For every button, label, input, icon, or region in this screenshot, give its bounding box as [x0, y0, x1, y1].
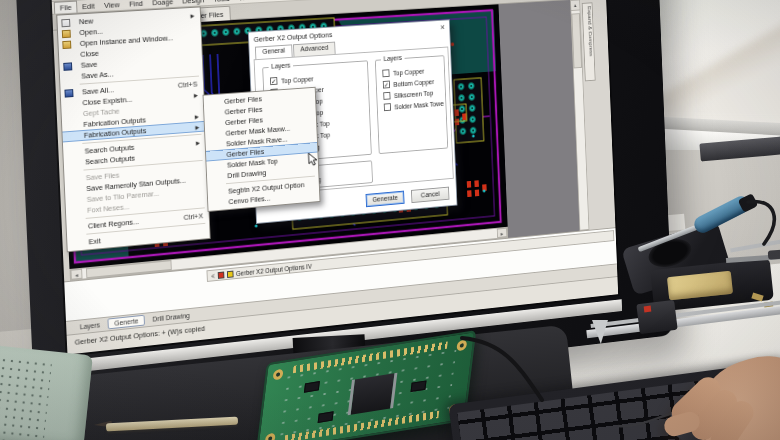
- screwdriver-handle: [768, 249, 780, 259]
- monitor-screen: PCB Genegas - Microsoft Coonovent – □ × …: [49, 0, 620, 357]
- menu-find[interactable]: Find: [124, 0, 148, 9]
- layer-swatch-yellow: [227, 270, 234, 277]
- scroll-up-icon[interactable]: ▴: [571, 0, 580, 11]
- caliper-button: [644, 306, 652, 313]
- layers-group-right: Layers Top Copper✓Bottom CopperSilkscree…: [375, 55, 448, 154]
- checkbox-label: Bottom Copper: [393, 78, 434, 87]
- caliper-head: [636, 300, 677, 334]
- submenu-arrow-icon: ▶: [194, 92, 198, 98]
- open-folder-icon: [62, 29, 71, 37]
- submenu-arrow-icon: ▶: [195, 124, 199, 130]
- mounting-hole: [265, 433, 276, 440]
- checkbox-label: Solder Mask Towe: [394, 100, 444, 110]
- checkbox-unchecked[interactable]: [384, 103, 391, 111]
- checkbox-label: Top Copper: [281, 75, 314, 84]
- checkbox-label: Top Copper: [393, 67, 425, 76]
- menu-view[interactable]: View: [99, 0, 124, 11]
- pcb-app-window: PCB Genegas - Microsoft Coonovent – □ × …: [51, 0, 618, 355]
- submenu-arrow-icon: ▶: [195, 113, 199, 119]
- menu-edit[interactable]: Edit: [77, 0, 100, 12]
- dialog-buttons: Generate Cancel: [366, 187, 450, 208]
- panel-expand-tab[interactable]: Expand & Compress: [582, 2, 596, 81]
- save-icon: [63, 62, 72, 70]
- speaker-grill: [0, 356, 52, 440]
- menu-accelerator: Ctrl+S: [178, 80, 198, 90]
- fabrication-outputs-submenu: Gerber FilesGerber FilesGerber FilesGerb…: [203, 87, 321, 212]
- menu-file[interactable]: File: [54, 1, 78, 14]
- submenu-arrow-icon: ▶: [190, 12, 194, 18]
- menu-accelerator: Ctrl+X: [183, 211, 203, 221]
- open-folder-icon: [62, 40, 71, 48]
- layer-swatch-red: [217, 271, 224, 278]
- checkbox-unchecked[interactable]: [383, 92, 390, 100]
- save-icon: [64, 89, 73, 98]
- photo-scene: PCB Genegas - Microsoft Coonovent – □ × …: [0, 0, 780, 440]
- mounting-hole: [456, 339, 467, 351]
- scroll-right-icon[interactable]: ▸: [497, 228, 507, 238]
- panel-caption-label: Gerber X2 Output Options IV: [236, 262, 312, 276]
- file-menu: New▶Open...Open Instance and Window...Cl…: [56, 6, 210, 252]
- checkbox-unchecked[interactable]: [382, 69, 389, 77]
- checkbox-checked[interactable]: ✓: [383, 81, 390, 89]
- checkbox-checked[interactable]: ✓: [270, 77, 278, 85]
- new-document-icon: [61, 18, 70, 26]
- mouse-cursor-icon: [308, 151, 319, 167]
- scroll-left-icon[interactable]: ◂: [71, 269, 83, 280]
- window-roofline-blur: [660, 22, 780, 122]
- checkbox-label: Silkscreen Top: [394, 89, 434, 98]
- cancel-button[interactable]: Cancel: [411, 187, 449, 203]
- speaker-box: [0, 345, 93, 440]
- generate-button[interactable]: Generate: [366, 191, 405, 208]
- dialog-close-icon[interactable]: ×: [440, 23, 445, 32]
- back-arrow-icon[interactable]: <: [211, 272, 215, 279]
- submenu-arrow-icon: ▶: [196, 139, 200, 145]
- menu-doage[interactable]: Doage: [147, 0, 178, 8]
